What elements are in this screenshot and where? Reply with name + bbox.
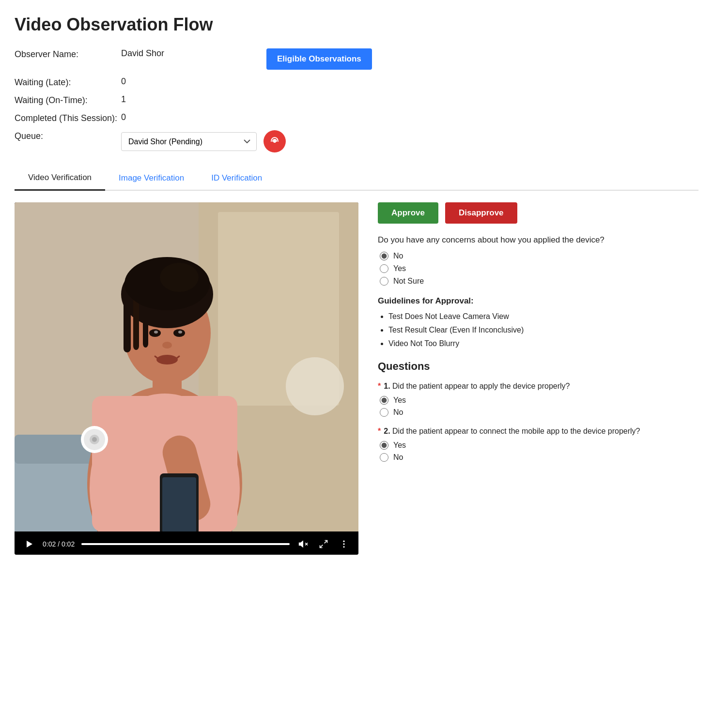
fullscreen-button[interactable] — [317, 537, 330, 551]
concerns-question: Do you have any concerns about how you a… — [378, 234, 698, 246]
q1-yes-input[interactable] — [380, 396, 388, 405]
video-container: 0:02 / 0:02 — [15, 202, 358, 555]
tab-id-verification[interactable]: ID Verification — [198, 166, 276, 190]
concerns-radio-group: No Yes Not Sure — [380, 252, 698, 286]
q2-yes-label: Yes — [393, 441, 406, 450]
q1-yes[interactable]: Yes — [380, 396, 698, 405]
svg-line-35 — [325, 541, 327, 544]
waiting-late-value: 0 — [121, 76, 266, 87]
question-1-required: * — [378, 380, 381, 392]
waiting-late-label: Waiting (Late): — [15, 76, 121, 88]
question-2-label: 2. Did the patient appear to connect the… — [384, 425, 640, 437]
question-2-text: * 2. Did the patient appear to connect t… — [378, 425, 698, 437]
question-1-text: * 1. Did the patient appear to apply the… — [378, 380, 698, 392]
page-title: Video Observation Flow — [15, 15, 698, 35]
guideline-1: Test Does Not Leave Camera View — [388, 311, 698, 322]
concerns-yes-label: Yes — [393, 264, 406, 273]
q2-no[interactable]: No — [380, 453, 698, 462]
q2-no-label: No — [393, 453, 403, 462]
q2-no-input[interactable] — [380, 453, 388, 462]
question-1-label: 1. Did the patient appear to apply the d… — [384, 380, 570, 392]
action-buttons: Approve Disapprove — [378, 202, 698, 224]
concerns-notsure-input[interactable] — [380, 277, 388, 286]
svg-marker-32 — [299, 541, 303, 547]
svg-point-22 — [162, 342, 172, 349]
completed-label: Completed (This Session): — [15, 112, 121, 123]
guideline-2: Test Result Clear (Even If Inconclusive) — [388, 324, 698, 336]
question-2-required: * — [378, 425, 381, 437]
concerns-notsure-label: Not Sure — [393, 277, 424, 286]
queue-select[interactable]: David Shor (Pending) — [121, 132, 257, 151]
q1-yes-label: Yes — [393, 396, 406, 405]
question-1: * 1. Did the patient appear to apply the… — [378, 380, 698, 417]
svg-rect-13 — [124, 294, 131, 352]
waiting-ontime-value: 1 — [121, 94, 266, 105]
guidelines-title: Guidelines for Approval: — [378, 296, 698, 306]
q1-no-input[interactable] — [380, 408, 388, 417]
question-2: * 2. Did the patient appear to connect t… — [378, 425, 698, 462]
svg-point-39 — [343, 546, 344, 547]
q1-no[interactable]: No — [380, 408, 698, 417]
tab-image-verification[interactable]: Image Verification — [105, 166, 198, 190]
concerns-yes-input[interactable] — [380, 264, 388, 273]
more-options-button[interactable] — [337, 537, 351, 551]
svg-point-37 — [343, 541, 344, 542]
svg-point-17 — [160, 263, 199, 292]
main-content: 0:02 / 0:02 — [15, 191, 698, 555]
queue-label: Queue: — [15, 130, 121, 141]
svg-rect-14 — [133, 297, 139, 350]
svg-marker-31 — [27, 541, 32, 547]
svg-point-30 — [92, 437, 97, 442]
concerns-no-label: No — [393, 252, 403, 260]
disapprove-button[interactable]: Disapprove — [445, 202, 517, 224]
approve-button[interactable]: Approve — [378, 202, 438, 224]
progress-fill — [81, 543, 290, 545]
time-display: 0:02 / 0:02 — [43, 540, 75, 548]
waiting-ontime-label: Waiting (On-Time): — [15, 94, 121, 106]
right-panel: Approve Disapprove Do you have any conce… — [378, 202, 698, 555]
observer-value: David Shor — [121, 48, 266, 59]
svg-point-0 — [273, 140, 276, 143]
q2-yes[interactable]: Yes — [380, 441, 698, 450]
completed-value: 0 — [121, 112, 266, 122]
questions-title: Questions — [378, 360, 698, 373]
progress-bar[interactable] — [81, 543, 290, 545]
guideline-3: Video Not Too Blurry — [388, 338, 698, 349]
svg-point-20 — [154, 331, 158, 334]
video-frame — [15, 202, 358, 531]
q1-no-label: No — [393, 408, 403, 417]
observer-label: Observer Name: — [15, 48, 121, 60]
concerns-no[interactable]: No — [380, 252, 698, 260]
broadcast-button[interactable] — [264, 130, 286, 152]
info-grid: Observer Name: David Shor Eligible Obser… — [15, 48, 698, 152]
tabs-bar: Video Verification Image Verification ID… — [15, 166, 698, 191]
question-1-options: Yes No — [380, 396, 698, 417]
concerns-notsure[interactable]: Not Sure — [380, 277, 698, 286]
play-button[interactable] — [22, 537, 36, 551]
video-controls: 0:02 / 0:02 — [15, 533, 358, 555]
svg-point-6 — [286, 357, 344, 415]
svg-rect-26 — [162, 477, 196, 531]
eligible-observations-button[interactable]: Eligible Observations — [266, 48, 372, 70]
svg-point-23 — [156, 355, 178, 364]
svg-point-38 — [343, 543, 344, 545]
concerns-yes[interactable]: Yes — [380, 264, 698, 273]
q2-yes-input[interactable] — [380, 441, 388, 450]
svg-point-21 — [178, 331, 182, 334]
mute-button[interactable] — [296, 537, 310, 551]
guidelines-list: Test Does Not Leave Camera View Test Res… — [378, 311, 698, 349]
tab-video-verification[interactable]: Video Verification — [15, 166, 105, 191]
concerns-no-input[interactable] — [380, 252, 388, 260]
question-2-options: Yes No — [380, 441, 698, 462]
svg-line-36 — [320, 545, 323, 548]
queue-row: David Shor (Pending) — [121, 130, 698, 152]
